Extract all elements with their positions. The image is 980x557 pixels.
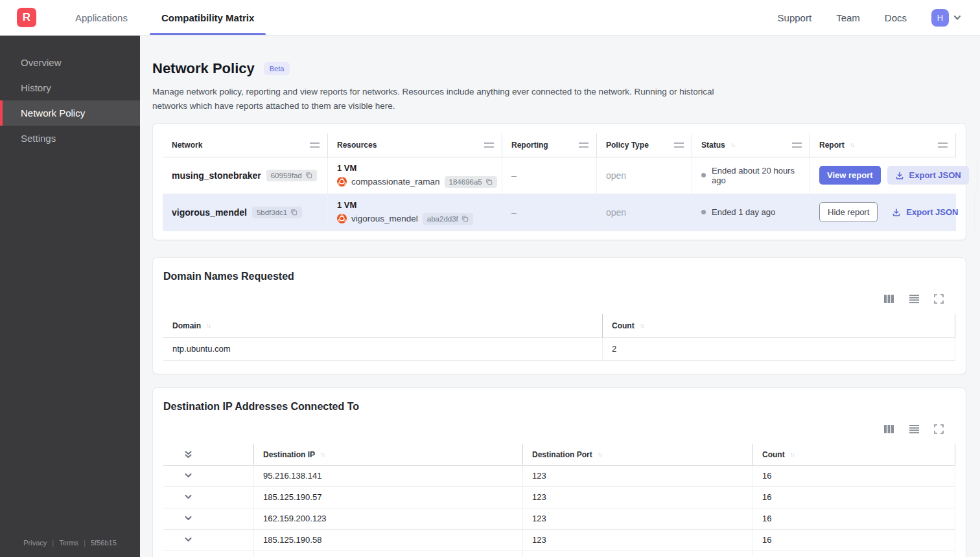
row-expand-toggle[interactable] — [163, 530, 253, 551]
row-density-icon[interactable] — [909, 424, 920, 434]
count-cell: 16 — [752, 466, 955, 486]
column-header-count[interactable]: Count↑↓ — [752, 444, 955, 465]
page-description: Manage network policy, reporting and vie… — [152, 85, 723, 114]
count-cell: 16 — [752, 487, 955, 508]
top-navigation: R Applications Compatibility Matrix Supp… — [0, 0, 980, 36]
tab-applications[interactable]: Applications — [58, 0, 145, 35]
column-header-policy-type[interactable]: Policy Type — [597, 133, 692, 157]
destination-port-cell: 123 — [522, 487, 752, 508]
column-resize-handle-icon[interactable] — [579, 142, 589, 148]
network-row[interactable]: vigorous_mendel 5bdf3dc1 1 VM vigorous_m… — [163, 194, 956, 231]
destination-row[interactable]: 95.216.100.21 123 16 — [163, 551, 955, 557]
row-expand-toggle[interactable] — [163, 487, 253, 508]
sort-icon[interactable]: ↑↓ — [640, 322, 644, 329]
column-resize-handle-icon[interactable] — [938, 142, 948, 148]
column-header-destination-port[interactable]: Destination Port↑↓ — [522, 444, 752, 465]
user-menu[interactable]: H — [931, 9, 962, 27]
vm-id-badge[interactable]: aba2dd3f — [423, 213, 473, 225]
terms-link[interactable]: Terms — [59, 539, 78, 547]
domain-cell: ntp.ubuntu.com — [163, 338, 602, 360]
destination-row[interactable]: 185.125.190.58 123 16 — [163, 530, 955, 551]
domain-names-card: Domain Names Requested Domain↑↓ Count↑↓ … — [152, 257, 966, 374]
double-chevron-down-icon[interactable] — [184, 450, 192, 459]
sort-icon[interactable]: ↑↓ — [850, 141, 854, 148]
fullscreen-icon[interactable] — [934, 424, 944, 434]
hide-report-button[interactable]: Hide report — [819, 202, 878, 222]
sidebar-footer: Privacy | Terms | 5f56b15 — [0, 530, 140, 557]
column-header-count[interactable]: Count↑↓ — [602, 314, 955, 337]
avatar[interactable]: H — [931, 9, 949, 27]
sort-icon[interactable]: ↑↓ — [320, 451, 324, 458]
column-header-network[interactable]: Network — [163, 133, 328, 157]
nav-link-team[interactable]: Team — [836, 12, 860, 23]
chevron-down-icon[interactable] — [184, 494, 192, 500]
copy-icon[interactable] — [290, 209, 298, 216]
domain-row[interactable]: ntp.ubuntu.com 2 — [163, 338, 955, 361]
sort-icon[interactable]: ↑↓ — [206, 322, 210, 329]
copy-icon[interactable] — [485, 178, 493, 185]
network-id-badge[interactable]: 60959fad — [266, 170, 317, 181]
domains-table-header: Domain↑↓ Count↑↓ — [163, 314, 955, 338]
copy-icon[interactable] — [461, 215, 469, 222]
reporting-cell: – — [502, 194, 597, 231]
column-header-report[interactable]: Report↑↓ — [810, 133, 956, 157]
count-cell: 16 — [752, 530, 955, 551]
column-header-resources[interactable]: Resources — [328, 133, 502, 157]
sidebar-item-network-policy[interactable]: Network Policy — [0, 100, 140, 126]
expand-all-header[interactable] — [163, 444, 253, 465]
copy-icon[interactable] — [305, 172, 312, 179]
sidebar-item-settings[interactable]: Settings — [0, 126, 140, 151]
row-density-icon[interactable] — [909, 294, 920, 304]
columns-icon[interactable] — [883, 294, 894, 304]
column-header-reporting[interactable]: Reporting — [502, 133, 597, 157]
chevron-down-icon — [953, 13, 962, 22]
sidebar-item-overview[interactable]: Overview — [0, 50, 140, 75]
column-header-status[interactable]: Status↑↓ — [692, 133, 810, 157]
column-header-domain[interactable]: Domain↑↓ — [163, 314, 602, 337]
destination-ip-cell: 162.159.200.123 — [253, 508, 522, 529]
card-title: Destination IP Addresses Connected To — [163, 401, 955, 413]
row-expand-toggle[interactable] — [163, 466, 253, 486]
export-json-button[interactable]: Export JSON — [884, 203, 966, 222]
privacy-link[interactable]: Privacy — [23, 539, 47, 547]
chevron-down-icon[interactable] — [184, 473, 192, 479]
export-json-button[interactable]: Export JSON — [887, 166, 969, 185]
nav-link-support[interactable]: Support — [778, 12, 812, 23]
sort-icon[interactable]: ↑↓ — [730, 141, 734, 148]
column-resize-handle-icon[interactable] — [792, 142, 802, 148]
destination-row[interactable]: 185.125.190.57 123 16 — [163, 487, 955, 508]
vm-id-badge[interactable]: 184696a5 — [445, 176, 497, 188]
report-cell: Hide report Export JSON — [810, 194, 975, 231]
column-resize-handle-icon[interactable] — [310, 142, 320, 148]
columns-icon[interactable] — [883, 424, 894, 434]
destination-row[interactable]: 162.159.200.123 123 16 — [163, 508, 955, 530]
download-icon — [892, 208, 901, 217]
beta-badge: Beta — [264, 62, 290, 75]
nav-link-docs[interactable]: Docs — [885, 12, 907, 23]
sort-icon[interactable]: ↑↓ — [790, 451, 794, 458]
networks-table-card: Network Resources Reporting Policy Type … — [152, 123, 966, 240]
chevron-down-icon[interactable] — [184, 516, 192, 521]
column-resize-handle-icon[interactable] — [484, 142, 494, 148]
view-report-button[interactable]: View report — [819, 166, 881, 185]
row-expand-toggle[interactable] — [163, 508, 253, 529]
tab-compatibility-matrix[interactable]: Compatibility Matrix — [145, 0, 271, 35]
network-id-badge[interactable]: 5bdf3dc1 — [252, 207, 302, 218]
resources-cell: 1 VM vigorous_mendel aba2dd3f — [328, 194, 502, 231]
sidebar-item-history[interactable]: History — [0, 75, 140, 100]
count-cell: 16 — [752, 551, 955, 557]
card-title: Domain Names Requested — [163, 271, 955, 282]
destination-row[interactable]: 95.216.138.141 123 16 — [163, 466, 955, 487]
column-resize-handle-icon[interactable] — [674, 142, 684, 148]
network-row[interactable]: musing_stonebraker 60959fad 1 VM compass… — [163, 157, 956, 194]
network-name-cell: musing_stonebraker 60959fad — [163, 157, 328, 194]
row-expand-toggle[interactable] — [163, 551, 253, 557]
chevron-down-icon[interactable] — [184, 537, 192, 543]
network-name-cell: vigorous_mendel 5bdf3dc1 — [163, 194, 328, 231]
fullscreen-icon[interactable] — [934, 294, 944, 304]
column-header-destination-ip[interactable]: Destination IP↑↓ — [253, 444, 522, 465]
divider: | — [84, 539, 86, 547]
sort-icon[interactable]: ↑↓ — [598, 451, 601, 458]
status-cell: Ended about 20 hours ago — [692, 157, 810, 194]
app-logo[interactable]: R — [17, 8, 36, 27]
